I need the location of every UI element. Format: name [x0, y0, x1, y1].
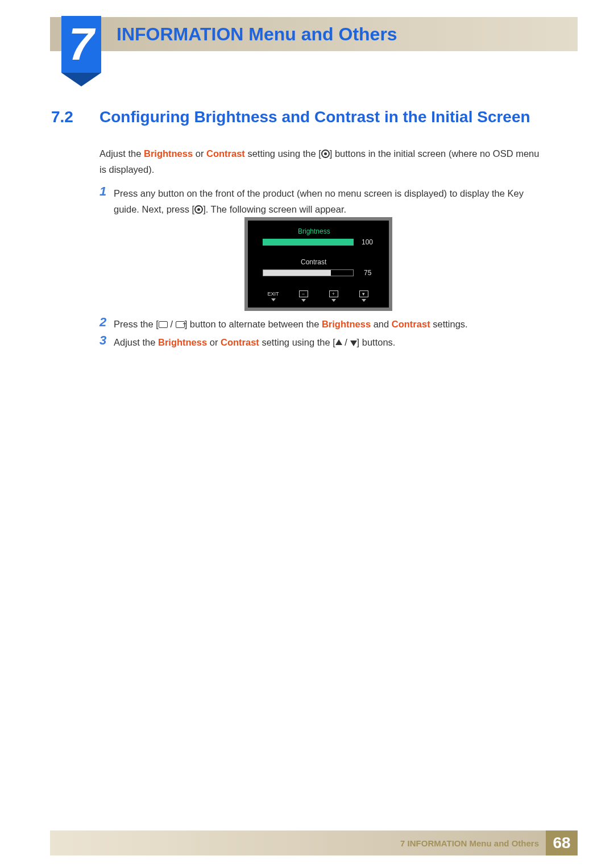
osd-plus-button[interactable]: +	[323, 290, 344, 302]
text: Press the [	[114, 319, 159, 329]
footer-chapter-title: 7 INFORMATION Menu and Others	[400, 838, 539, 848]
osd-brightness-label: Brightness	[298, 227, 330, 235]
text: Adjust the	[99, 148, 144, 159]
source-icon	[176, 321, 185, 328]
osd-minus-button[interactable]: −	[293, 290, 314, 302]
chevron-down-icon	[331, 299, 336, 302]
text: ] button to alternate between the	[185, 319, 322, 329]
osd-brightness-bar[interactable]	[263, 239, 354, 246]
text: Adjust the	[114, 337, 158, 347]
plus-icon: +	[329, 290, 338, 297]
osd-button-row: EXIT − + ▾	[248, 285, 389, 308]
osd-brightness-value: 100	[362, 238, 373, 246]
text: or	[207, 337, 221, 347]
text: or	[193, 148, 206, 159]
target-icon	[321, 149, 330, 158]
text: setting using the [	[245, 148, 321, 159]
osd-contrast-fill	[263, 270, 331, 276]
osd-contrast-bar[interactable]	[263, 269, 354, 276]
text: ] buttons.	[357, 337, 396, 347]
section-number: 7.2	[51, 108, 73, 126]
text: settings.	[430, 319, 468, 329]
triangle-up-icon	[335, 339, 342, 345]
section-title: Configuring Brightness and Contrast in t…	[99, 108, 530, 126]
osd-panel: Brightness 100 Contrast 75 EXIT − + ▾	[244, 217, 392, 311]
target-icon	[194, 205, 203, 214]
chapter-badge: 7	[61, 16, 101, 73]
text: setting using the [	[259, 337, 335, 347]
step-2-text: Press the [ / ] button to alternate betw…	[114, 316, 551, 332]
step-3-number: 3	[99, 333, 106, 348]
step-1-number: 1	[99, 184, 106, 199]
page-number: 68	[546, 830, 578, 855]
highlight-contrast: Contrast	[206, 148, 245, 159]
intro-paragraph: Adjust the Brightness or Contrast settin…	[99, 146, 540, 177]
highlight-contrast: Contrast	[221, 337, 259, 347]
footer-bar: 7 INFORMATION Menu and Others 68	[50, 830, 578, 855]
step-1-text: Press any button on the front of the pro…	[114, 185, 551, 217]
step-2-number: 2	[99, 315, 106, 330]
highlight-brightness: Brightness	[144, 148, 193, 159]
highlight-brightness: Brightness	[158, 337, 207, 347]
chevron-down-icon	[271, 298, 276, 301]
pip-icon	[159, 321, 168, 328]
osd-contrast-label: Contrast	[301, 258, 326, 266]
highlight-contrast: Contrast	[392, 319, 430, 329]
osd-down-button[interactable]: ▾	[354, 290, 374, 302]
chevron-down-icon	[362, 299, 366, 302]
step-3-text: Adjust the Brightness or Contrast settin…	[114, 334, 551, 350]
chevron-down-icon	[301, 299, 306, 302]
osd-contrast-value: 75	[364, 269, 371, 277]
chapter-title: INFORMATION Menu and Others	[117, 24, 397, 45]
osd-exit-button[interactable]: EXIT	[263, 291, 284, 301]
down-icon: ▾	[359, 290, 368, 297]
osd-inner: Brightness 100 Contrast 75 EXIT − + ▾	[248, 221, 389, 308]
text: and	[371, 319, 392, 329]
triangle-down-icon	[350, 340, 357, 346]
chapter-number: 7	[69, 18, 94, 70]
minus-icon: −	[299, 290, 308, 297]
highlight-brightness: Brightness	[322, 319, 371, 329]
text: ]. The following screen will appear.	[203, 204, 346, 214]
osd-exit-label: EXIT	[267, 291, 279, 297]
